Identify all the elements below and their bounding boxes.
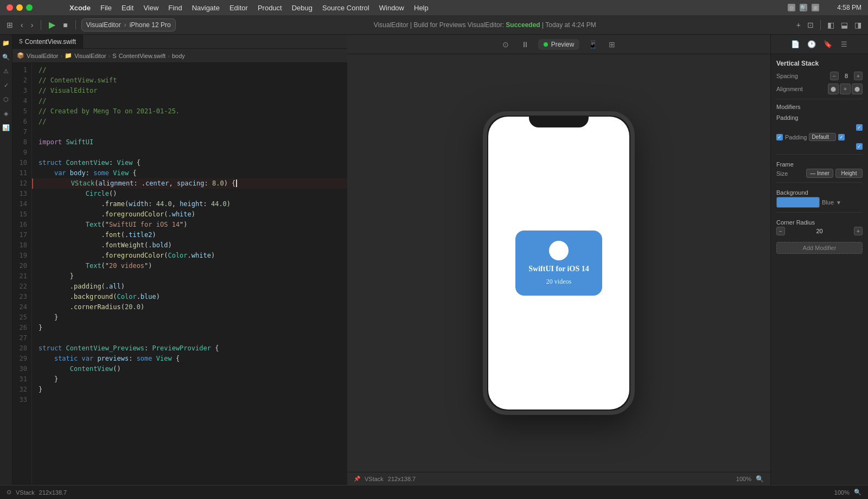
menu-help[interactable]: Help bbox=[414, 4, 429, 12]
inspector-list-icon[interactable]: ☰ bbox=[838, 39, 850, 50]
tab-contentview-swift[interactable]: S ContentView.swift bbox=[12, 35, 83, 48]
align-right-btn[interactable]: ⬤ bbox=[852, 84, 863, 94]
menu-edit[interactable]: Edit bbox=[122, 4, 133, 12]
color-swatch[interactable] bbox=[776, 197, 820, 208]
align-left-btn[interactable]: ⬤ bbox=[828, 84, 839, 94]
close-button[interactable] bbox=[7, 4, 13, 11]
breadcrumb-contentview-swift[interactable]: ContentView.swift bbox=[119, 53, 166, 59]
menu-editor[interactable]: Editor bbox=[229, 4, 248, 12]
split-editor-button[interactable]: ⊡ bbox=[805, 20, 816, 30]
code-line-9[interactable] bbox=[32, 148, 347, 158]
spacing-decrement-btn[interactable]: − bbox=[830, 72, 839, 80]
add-modifier-button[interactable]: Add Modifier bbox=[776, 242, 863, 254]
code-line-31[interactable]: } bbox=[32, 374, 347, 385]
frame-height-input[interactable]: Height bbox=[835, 169, 863, 178]
code-line-27[interactable] bbox=[32, 333, 347, 343]
preview-options-btn[interactable]: ⊙ bbox=[499, 38, 512, 51]
code-line-30[interactable]: ContentView() bbox=[32, 364, 347, 374]
menu-debug[interactable]: Debug bbox=[292, 4, 312, 12]
code-line-5[interactable]: // Created by Meng To on 2021-01-25. bbox=[32, 106, 347, 117]
code-line-19[interactable]: .foregroundColor(Color.white) bbox=[32, 251, 347, 261]
screen-record-icon[interactable]: ⊙ bbox=[788, 4, 795, 11]
stop-button[interactable]: ■ bbox=[61, 20, 69, 30]
minimize-button[interactable] bbox=[16, 4, 23, 11]
breadcrumb-visual-editor-1[interactable]: VisualEditor bbox=[27, 53, 59, 59]
status-zoom-icon[interactable]: 🔍 bbox=[854, 489, 861, 496]
back-button[interactable]: ‹ bbox=[18, 20, 25, 30]
forward-button[interactable]: › bbox=[29, 20, 36, 30]
bottom-panel-toggle[interactable]: ⬓ bbox=[839, 20, 850, 30]
control-center-icon[interactable]: ⊞ bbox=[812, 4, 819, 11]
menu-source-control[interactable]: Source Control bbox=[322, 4, 369, 12]
padding-checkbox-3[interactable] bbox=[838, 134, 845, 140]
code-line-12[interactable]: VStack(alignment: .center, spacing: 8.0)… bbox=[32, 178, 347, 189]
code-line-16[interactable]: Text("SwiftUI for iOS 14") bbox=[32, 220, 347, 230]
spacing-increment-btn[interactable]: + bbox=[854, 72, 863, 80]
menu-find[interactable]: Find bbox=[168, 4, 182, 12]
left-panel-toggle[interactable]: ◧ bbox=[825, 20, 837, 30]
code-line-7[interactable] bbox=[32, 127, 347, 137]
inspector-file-icon[interactable]: 📄 bbox=[789, 39, 801, 50]
code-line-13[interactable]: Circle() bbox=[32, 189, 347, 199]
align-center-btn[interactable]: ≡ bbox=[840, 84, 851, 94]
code-line-23[interactable]: .background(Color.blue) bbox=[32, 292, 347, 302]
nav-breakpoints-icon[interactable]: ◈ bbox=[0, 107, 12, 119]
corner-decrement-btn[interactable]: − bbox=[776, 227, 785, 235]
menu-product[interactable]: Product bbox=[258, 4, 282, 12]
code-line-14[interactable]: .frame(width: 44.0, height: 44.0) bbox=[32, 199, 347, 209]
code-line-8[interactable]: import SwiftUI bbox=[32, 137, 347, 148]
navigator-toggle-button[interactable]: ⊞ bbox=[4, 20, 15, 30]
code-line-3[interactable]: // VisualEditor bbox=[32, 86, 347, 96]
padding-checkbox[interactable] bbox=[856, 124, 863, 131]
menu-view[interactable]: View bbox=[143, 4, 158, 12]
right-panel-toggle[interactable]: ◨ bbox=[852, 20, 864, 30]
code-line-28[interactable]: struct ContentView_Previews: PreviewProv… bbox=[32, 343, 347, 354]
code-line-4[interactable]: // bbox=[32, 96, 347, 106]
code-line-20[interactable]: Text("20 videos") bbox=[32, 261, 347, 271]
code-line-26[interactable]: } bbox=[32, 323, 347, 333]
preview-label[interactable]: Preview bbox=[538, 39, 580, 50]
breadcrumb-body[interactable]: body bbox=[172, 53, 185, 59]
nav-search-icon[interactable]: 🔍 bbox=[0, 51, 12, 63]
code-line-11[interactable]: var body: some View { bbox=[32, 168, 347, 178]
code-line-25[interactable]: } bbox=[32, 312, 347, 323]
maximize-button[interactable] bbox=[26, 4, 33, 11]
color-dropdown-arrow[interactable]: ▼ bbox=[836, 200, 841, 206]
code-line-32[interactable]: } bbox=[32, 385, 347, 395]
zoom-icon[interactable]: 🔍 bbox=[756, 475, 764, 483]
code-line-15[interactable]: .foregroundColor(.white) bbox=[32, 209, 347, 220]
code-line-17[interactable]: .font(.title2) bbox=[32, 230, 347, 240]
corner-increment-btn[interactable]: + bbox=[854, 227, 863, 235]
padding-checkbox-2[interactable] bbox=[776, 134, 783, 140]
breadcrumb-project[interactable]: 📦 bbox=[17, 52, 24, 59]
code-line-10[interactable]: struct ContentView: View { bbox=[32, 158, 347, 168]
menu-file[interactable]: File bbox=[100, 4, 112, 12]
preview-pause-btn[interactable]: ⏸ bbox=[519, 38, 532, 51]
menu-navigate[interactable]: Navigate bbox=[192, 4, 220, 12]
nav-warnings-icon[interactable]: ⚠ bbox=[0, 65, 12, 77]
padding-checkbox-4[interactable] bbox=[856, 143, 863, 150]
nav-report-icon[interactable]: 📊 bbox=[0, 121, 12, 133]
code-line-21[interactable]: } bbox=[32, 271, 347, 282]
nav-debug-icon[interactable]: ⬡ bbox=[0, 93, 12, 105]
menu-xcode[interactable]: Xcode bbox=[69, 4, 91, 12]
spotlight-icon[interactable]: 🔍 bbox=[800, 4, 807, 11]
padding-dropdown[interactable]: Default bbox=[809, 133, 836, 141]
code-line-6[interactable]: // bbox=[32, 117, 347, 127]
run-button[interactable]: ▶ bbox=[47, 18, 58, 31]
frame-inner-input[interactable]: — Inner bbox=[806, 169, 833, 178]
code-line-24[interactable]: .cornerRadius(20.0) bbox=[32, 302, 347, 312]
code-line-18[interactable]: .fontWeight(.bold) bbox=[32, 240, 347, 251]
scheme-selector[interactable]: VisualEditor › iPhone 12 Pro bbox=[81, 18, 176, 31]
inspector-bookmark-icon[interactable]: 🔖 bbox=[822, 39, 834, 50]
code-line-33[interactable] bbox=[32, 395, 347, 405]
preview-duplicate-btn[interactable]: ⊞ bbox=[605, 38, 618, 51]
menu-window[interactable]: Window bbox=[379, 4, 404, 12]
breadcrumb-visual-editor-2[interactable]: VisualEditor bbox=[74, 53, 106, 59]
inspector-history-icon[interactable]: 🕐 bbox=[806, 39, 818, 50]
code-lines[interactable]: //// ContentView.swift// VisualEditor///… bbox=[32, 63, 347, 485]
preview-device-btn[interactable]: 📱 bbox=[586, 38, 599, 51]
code-line-2[interactable]: // ContentView.swift bbox=[32, 75, 347, 86]
code-line-22[interactable]: .padding(.all) bbox=[32, 282, 347, 292]
nav-tests-icon[interactable]: ✓ bbox=[0, 79, 12, 91]
